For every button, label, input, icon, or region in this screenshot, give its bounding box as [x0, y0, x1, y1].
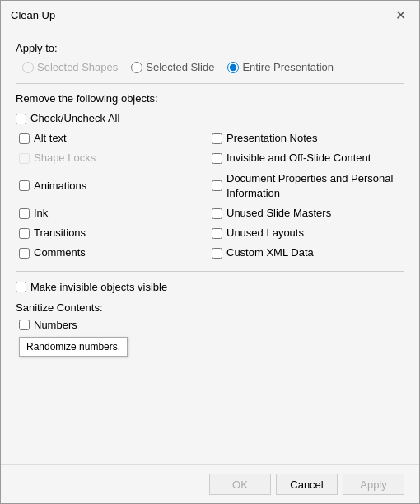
check-all-row: Check/Uncheck All [16, 111, 404, 126]
divider-2 [16, 271, 404, 272]
dialog-content: Apply to: Selected Shapes Selected Slide… [1, 30, 419, 464]
ink-label: Ink [34, 206, 48, 221]
check-all-checkbox[interactable] [16, 114, 26, 124]
ink-checkbox-row: Ink [19, 206, 212, 221]
transitions-label: Transitions [34, 226, 86, 240]
unused-slide-masters-checkbox[interactable] [212, 208, 222, 219]
alt-text-checkbox[interactable] [19, 133, 30, 144]
invisible-off-slide-checkbox[interactable] [212, 153, 222, 164]
check-all-label: Check/Uncheck All [30, 111, 119, 126]
unused-layouts-checkbox[interactable] [212, 228, 222, 239]
custom-xml-checkbox-row: Custom XML Data [212, 245, 404, 260]
shape-locks-checkbox-row: Shape Locks [19, 151, 212, 166]
sanitize-section: Sanitize Contents: Numbers Randomize num… [16, 301, 404, 331]
unused-layouts-checkbox-row: Unused Layouts [212, 226, 404, 240]
remove-section-title: Remove the following objects: [16, 92, 404, 105]
presentation-notes-checkbox[interactable] [212, 133, 222, 144]
numbers-checkbox[interactable] [19, 320, 30, 330]
divider-1 [16, 83, 404, 84]
apply-to-radio-group: Selected Shapes Selected Slide Entire Pr… [22, 61, 404, 73]
animations-checkbox[interactable] [19, 180, 30, 191]
alt-text-checkbox-row: Alt text [19, 131, 212, 146]
transitions-checkbox[interactable] [19, 228, 30, 239]
title-bar: Clean Up ✕ [1, 1, 419, 30]
custom-xml-label: Custom XML Data [226, 245, 314, 260]
radio-entire-presentation-label: Entire Presentation [242, 61, 334, 73]
presentation-notes-checkbox-row: Presentation Notes [212, 131, 404, 146]
doc-properties-label: Document Properties and Personal Informa… [226, 171, 404, 201]
dialog-title: Clean Up [11, 9, 55, 21]
unused-layouts-label: Unused Layouts [226, 226, 304, 240]
animations-label: Animations [34, 179, 86, 194]
numbers-tooltip: Randomize numbers. [19, 337, 128, 357]
numbers-label: Numbers [34, 319, 77, 331]
ok-button[interactable]: OK [209, 474, 271, 495]
shape-locks-label: Shape Locks [34, 151, 96, 166]
remove-objects-section: Remove the following objects: Check/Unch… [16, 92, 404, 261]
clean-up-dialog: Clean Up ✕ Apply to: Selected Shapes Sel… [0, 0, 420, 504]
custom-xml-checkbox[interactable] [212, 248, 222, 259]
unused-slide-masters-checkbox-row: Unused Slide Masters [212, 206, 404, 221]
radio-selected-slide-label: Selected Slide [146, 61, 214, 73]
apply-button[interactable]: Apply [343, 474, 404, 495]
invisible-off-slide-label: Invisible and Off-Slide Content [226, 151, 371, 166]
make-visible-checkbox[interactable] [16, 282, 26, 292]
close-button[interactable]: ✕ [391, 7, 409, 25]
radio-selected-slide[interactable]: Selected Slide [131, 61, 214, 73]
radio-selected-shapes[interactable]: Selected Shapes [22, 61, 118, 73]
apply-to-label: Apply to: [16, 42, 404, 54]
alt-text-label: Alt text [34, 131, 67, 146]
radio-entire-presentation[interactable]: Entire Presentation [227, 61, 334, 73]
ink-checkbox[interactable] [19, 208, 30, 219]
unused-slide-masters-label: Unused Slide Masters [226, 206, 331, 221]
transitions-checkbox-row: Transitions [19, 226, 212, 240]
comments-label: Comments [34, 245, 86, 260]
dialog-footer: OK Cancel Apply [1, 464, 419, 503]
cancel-button[interactable]: Cancel [276, 474, 338, 495]
make-visible-label: Make invisible objects visible [30, 280, 167, 295]
apply-to-section: Apply to: Selected Shapes Selected Slide… [16, 42, 404, 73]
comments-checkbox-row: Comments [19, 245, 212, 260]
make-visible-checkbox-row: Make invisible objects visible [16, 280, 404, 295]
comments-checkbox[interactable] [19, 248, 30, 259]
doc-properties-checkbox[interactable] [212, 180, 222, 191]
make-visible-section: Make invisible objects visible [16, 280, 404, 295]
numbers-checkbox-row: Numbers Randomize numbers. [19, 319, 404, 331]
radio-selected-shapes-label: Selected Shapes [37, 61, 118, 73]
presentation-notes-label: Presentation Notes [226, 131, 318, 146]
shape-locks-checkbox [19, 153, 30, 164]
sanitize-title: Sanitize Contents: [16, 301, 404, 314]
invisible-off-slide-checkbox-row: Invisible and Off-Slide Content [212, 151, 404, 166]
checkboxes-grid: Alt text Presentation Notes Shape Locks … [19, 131, 404, 260]
doc-properties-checkbox-row: Document Properties and Personal Informa… [212, 171, 404, 201]
animations-checkbox-row: Animations [19, 171, 212, 201]
